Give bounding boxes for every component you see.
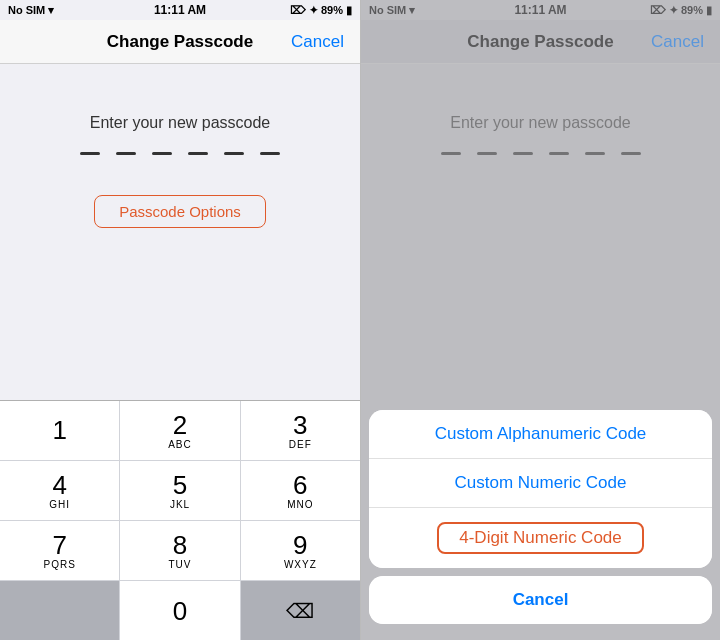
nav-title-left: Change Passcode (107, 32, 253, 52)
battery-icon-left: ▮ (346, 4, 352, 17)
key-empty (0, 581, 119, 640)
action-cancel[interactable]: Cancel (369, 576, 712, 624)
key-9-letters: WXYZ (284, 559, 317, 570)
action-4digit[interactable]: 4-Digit Numeric Code (369, 507, 712, 568)
action-4digit-inner: 4-Digit Numeric Code (437, 522, 644, 554)
action-sheet-overlay: Custom Alphanumeric Code Custom Numeric … (361, 0, 720, 640)
dot-6 (260, 152, 280, 155)
key-8-letters: TUV (168, 559, 191, 570)
status-bar-left: No SIM ▾ 11:11 AM ⌦ ✦ 89% ▮ (0, 0, 360, 20)
keyboard: 1 2 ABC 3 DEF 4 GHI 5 JKL 6 MNO 7 PQRS 8 (0, 400, 360, 640)
key-3-num: 3 (293, 412, 307, 438)
delete-icon: ⌫ (286, 599, 314, 623)
key-1-num: 1 (52, 417, 66, 443)
key-6-letters: MNO (287, 499, 313, 510)
nav-bar-left: Change Passcode Cancel (0, 20, 360, 64)
key-2-num: 2 (173, 412, 187, 438)
key-5[interactable]: 5 JKL (120, 461, 239, 520)
passcode-options-button[interactable]: Passcode Options (94, 195, 266, 228)
right-panel: No SIM ▾ 11:11 AM ⌦ ✦ 89% ▮ Change Passc… (360, 0, 720, 640)
action-group-main: Custom Alphanumeric Code Custom Numeric … (369, 410, 712, 568)
key-5-letters: JKL (170, 499, 190, 510)
key-4-num: 4 (52, 472, 66, 498)
action-cancel-label: Cancel (513, 590, 569, 609)
key-9[interactable]: 9 WXYZ (241, 521, 360, 580)
passcode-area-left: Enter your new passcode Passcode Options (0, 64, 360, 400)
key-7-letters: PQRS (43, 559, 75, 570)
key-delete[interactable]: ⌫ (241, 581, 360, 640)
dot-3 (152, 152, 172, 155)
key-5-num: 5 (173, 472, 187, 498)
carrier-left: No SIM (8, 4, 45, 16)
left-panel: No SIM ▾ 11:11 AM ⌦ ✦ 89% ▮ Change Passc… (0, 0, 360, 640)
dot-5 (224, 152, 244, 155)
dot-4 (188, 152, 208, 155)
action-numeric-label: Custom Numeric Code (455, 473, 627, 492)
key-8-num: 8 (173, 532, 187, 558)
key-0[interactable]: 0 (120, 581, 239, 640)
key-3-letters: DEF (289, 439, 312, 450)
key-3[interactable]: 3 DEF (241, 401, 360, 460)
key-2[interactable]: 2 ABC (120, 401, 239, 460)
action-alphanumeric-label: Custom Alphanumeric Code (435, 424, 647, 443)
action-group-cancel: Cancel (369, 576, 712, 624)
key-2-letters: ABC (168, 439, 192, 450)
passcode-dots-left (80, 152, 280, 155)
key-4-letters: GHI (49, 499, 70, 510)
key-6-num: 6 (293, 472, 307, 498)
bluetooth-icon-left: ✦ (309, 4, 318, 17)
key-1[interactable]: 1 (0, 401, 119, 460)
status-left: No SIM ▾ (8, 4, 54, 17)
status-right-left: ⌦ ✦ 89% ▮ (290, 4, 352, 17)
action-custom-alphanumeric[interactable]: Custom Alphanumeric Code (369, 410, 712, 458)
location-icon-left: ⌦ (290, 4, 306, 17)
key-9-num: 9 (293, 532, 307, 558)
dot-1 (80, 152, 100, 155)
cancel-button-left[interactable]: Cancel (291, 32, 344, 52)
action-custom-numeric[interactable]: Custom Numeric Code (369, 458, 712, 507)
time-left: 11:11 AM (154, 3, 206, 17)
key-4[interactable]: 4 GHI (0, 461, 119, 520)
key-6[interactable]: 6 MNO (241, 461, 360, 520)
action-sheet: Custom Alphanumeric Code Custom Numeric … (361, 410, 720, 640)
key-7-num: 7 (52, 532, 66, 558)
passcode-prompt-left: Enter your new passcode (90, 114, 271, 132)
dot-2 (116, 152, 136, 155)
wifi-icon-left: ▾ (48, 4, 54, 17)
key-8[interactable]: 8 TUV (120, 521, 239, 580)
battery-left: 89% (321, 4, 343, 16)
key-7[interactable]: 7 PQRS (0, 521, 119, 580)
key-0-num: 0 (173, 598, 187, 624)
